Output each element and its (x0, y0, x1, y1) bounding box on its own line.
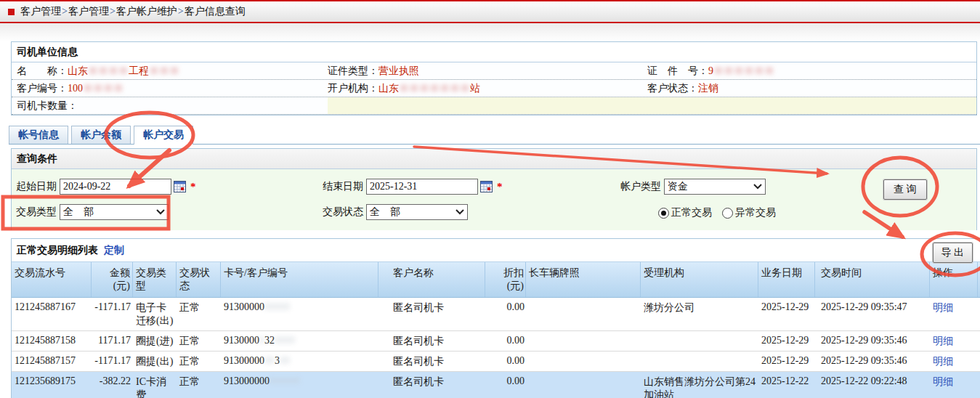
info-field: 名 称：山东〓〓〓〓工程〓〓〓 (12, 65, 328, 78)
query-conditions-panel: 查询条件 起始日期 * 结束日期 * 帐户类型 资金 查 询 (11, 148, 977, 230)
radio-button[interactable] (722, 208, 733, 219)
transaction-table-panel: 正常交易明细列表 定制 导 出 交易流水号金额(元)交易类型交易状态卡号/客户编… (11, 238, 980, 398)
info-field: 司机卡数量： (12, 99, 328, 113)
info-row: 名 称：山东〓〓〓〓工程〓〓〓证件类型：营业执照证 件 号：9〓〓〓〓〓〓 (12, 62, 976, 80)
info-row: 客户编号：100〓〓〓〓开户机构：山东〓〓〓〓〓〓〓站客户状态：注销 (12, 80, 976, 97)
export-button[interactable]: 导 出 (933, 243, 973, 263)
table-titlebar: 正常交易明细列表 定制 (12, 239, 980, 261)
calendar-icon[interactable] (480, 181, 493, 192)
cell-discount: 0.00 (485, 352, 526, 370)
cell-plate (526, 331, 641, 338)
redacted-text: 0000 (275, 335, 295, 346)
redacted-text: 00000 (264, 301, 290, 312)
cell-customer: 匿名司机卡 (378, 352, 485, 371)
redacted-text: 00 (280, 355, 290, 366)
end-date-label: 结束日期 (323, 180, 363, 193)
start-date-field: 起始日期 * (16, 179, 196, 195)
cell-status: 正常 (177, 372, 221, 391)
customize-link[interactable]: 定制 (104, 244, 124, 257)
account-type-select[interactable]: 资金 (664, 179, 766, 195)
tab-account-transactions[interactable]: 帐户交易 (134, 126, 193, 145)
redacted-text: 00 (264, 355, 275, 366)
transaction-type-select[interactable]: 全 部 (60, 204, 169, 220)
start-date-input[interactable] (60, 179, 171, 195)
cell-amount: -382.22 (92, 372, 133, 390)
info-field: 客户编号：100〓〓〓〓 (12, 82, 328, 95)
info-panel-title: 司机单位信息 (12, 42, 976, 62)
query-panel-title: 查询条件 (12, 149, 976, 169)
field-label: 客户编号： (17, 82, 68, 95)
transaction-status-label: 交易状态 (323, 206, 363, 219)
cell-card: 913000000000000 (221, 372, 378, 390)
breadcrumb-item[interactable]: 客户信息查询 (185, 6, 246, 17)
transaction-radio-group: 正常交易异常交易 (658, 206, 786, 219)
cell-plate (526, 352, 641, 358)
cell-discount: 0.00 (485, 331, 526, 349)
column-header: 金额(元) (92, 262, 133, 297)
table-row: 121235689175-382.22IC卡消费正常91300000000000… (12, 372, 980, 398)
cell-discount: 0.00 (485, 298, 526, 316)
table-body: 121245887167-1171.17电子卡迁移(出)正常9130000000… (12, 298, 980, 398)
required-asterisk: * (190, 181, 196, 193)
field-value: 山东〓〓〓〓工程〓〓〓 (68, 65, 179, 78)
driver-unit-info-panel: 司机单位信息 名 称：山东〓〓〓〓工程〓〓〓证件类型：营业执照证 件 号：9〓〓… (11, 41, 977, 115)
table-row: 121245887157-1171.17圈提(出)正常9130000000300… (12, 352, 980, 372)
column-header: 折扣(元) (485, 262, 526, 297)
query-button[interactable]: 查 询 (883, 179, 927, 200)
column-header: 受理机构 (641, 262, 758, 297)
cell-type: IC卡消费 (133, 372, 177, 398)
detail-link[interactable]: 明细 (933, 336, 953, 346)
detail-link[interactable]: 明细 (933, 302, 953, 313)
field-value: 注销 (698, 82, 718, 95)
radio-label: 正常交易 (671, 206, 712, 219)
cell-action: 明细 (930, 298, 978, 317)
account-type-value: 资金 (668, 180, 688, 193)
cell-type: 圈提(出) (133, 352, 177, 371)
table-row: 1212458871581171.17圈提(进)正常91300000320000… (12, 331, 980, 352)
detail-link[interactable]: 明细 (933, 356, 953, 367)
cell-time: 2025-12-22 09:22:48 (815, 372, 930, 390)
tab-account-info[interactable]: 帐号信息 (9, 126, 68, 144)
tab-account-balance[interactable]: 帐户余额 (71, 126, 131, 144)
end-date-input[interactable] (366, 179, 478, 195)
breadcrumb-separator: > (178, 6, 184, 17)
breadcrumb-item[interactable]: 客户帐户维护 (116, 6, 177, 17)
column-header: 交易流水号 (12, 262, 92, 297)
cell-time: 2025-12-29 09:35:46 (815, 331, 930, 349)
breadcrumb-item[interactable]: 客户管理 (68, 6, 109, 17)
field-value: 山东〓〓〓〓〓〓〓站 (378, 82, 480, 95)
column-header: 业务日期 (758, 262, 815, 297)
transaction-status-value: 全 部 (370, 206, 400, 219)
redacted-text: 0 (259, 335, 264, 346)
cell-amount: -1171.17 (92, 298, 133, 316)
field-label: 开户机构： (328, 82, 378, 95)
field-label: 客户状态： (647, 82, 698, 95)
detail-link[interactable]: 明细 (933, 376, 953, 387)
field-label: 司机卡数量： (17, 99, 78, 113)
cell-time: 2025-12-29 09:35:47 (815, 298, 930, 316)
radio-label: 异常交易 (735, 206, 776, 219)
redacted-text: 〓〓〓〓 (83, 83, 123, 94)
column-header: 操作 (930, 262, 978, 297)
redacted-text: 000000 (270, 375, 300, 386)
calendar-icon[interactable] (174, 181, 186, 192)
transaction-status-select[interactable]: 全 部 (366, 204, 468, 220)
required-asterisk: * (497, 181, 503, 193)
red-square-bullet-icon (8, 9, 15, 15)
cell-action: 明细 (930, 331, 978, 351)
query-panel-body: 起始日期 * 结束日期 * 帐户类型 资金 查 询 交易类型 (12, 169, 976, 230)
transaction-type-value: 全 部 (63, 206, 94, 219)
field-label: 名 称： (17, 65, 68, 78)
cell-biz_date: 2025-12-22 (758, 372, 815, 390)
breadcrumb-item[interactable]: 客户管理 (20, 6, 61, 17)
radio-option: 正常交易 (658, 206, 712, 219)
cell-status: 正常 (177, 352, 221, 371)
topbar-shadow (0, 23, 980, 41)
info-field: 证件类型：营业执照 (328, 65, 647, 78)
cell-status: 正常 (177, 331, 221, 351)
account-type-label: 帐户类型 (620, 180, 661, 193)
cell-time: 2025-12-29 09:35:46 (815, 352, 930, 370)
cell-customer: 匿名司机卡 (378, 372, 485, 391)
breadcrumb-bar: 客户管理>客户管理>客户帐户维护>客户信息查询 (0, 0, 980, 23)
radio-button[interactable] (658, 208, 669, 219)
